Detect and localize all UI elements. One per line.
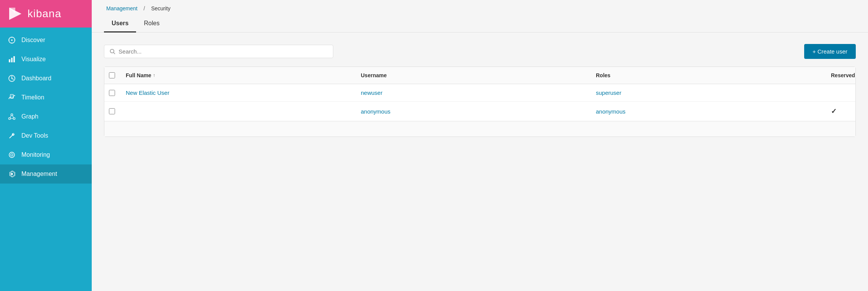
monitoring-icon	[8, 151, 16, 159]
svg-point-3	[11, 39, 13, 41]
svg-point-20	[9, 152, 15, 158]
sidebar-item-visualize[interactable]: Visualize	[0, 50, 92, 69]
sidebar: kibana Discover Visualize Dashboard Time…	[0, 0, 92, 291]
header-username: Username	[355, 67, 590, 84]
row-2-reserved: ✓	[825, 102, 855, 121]
header-roles: Roles	[590, 67, 825, 84]
row-1-roles[interactable]: superuser	[590, 84, 825, 101]
sidebar-item-devtools-label: Dev Tools	[21, 132, 48, 139]
timelion-icon	[8, 93, 16, 102]
svg-rect-9	[11, 58, 13, 62]
sidebar-item-graph-label: Graph	[21, 113, 38, 120]
row-1-checkbox-cell	[104, 84, 120, 101]
search-input[interactable]	[118, 48, 328, 55]
breadcrumb: Management / Security	[104, 5, 856, 11]
svg-line-17	[10, 115, 11, 118]
row-1-fullname[interactable]: New Elastic User	[120, 84, 355, 101]
header-reserved: Reserved	[825, 67, 855, 84]
toolbar: + Create user	[104, 44, 856, 59]
bar-chart-icon	[8, 55, 16, 63]
row-2-checkbox-cell	[104, 102, 120, 121]
breadcrumb-parent[interactable]: Management	[106, 5, 138, 11]
compass-icon	[8, 36, 16, 44]
sidebar-item-timelion-label: Timelion	[21, 94, 44, 101]
svg-line-18	[13, 115, 14, 118]
svg-rect-8	[9, 59, 10, 62]
top-bar: Management / Security Users Roles	[92, 0, 868, 33]
header-checkbox-cell	[104, 67, 120, 84]
svg-point-15	[9, 118, 11, 120]
wrench-icon	[8, 132, 16, 140]
sidebar-item-timelion[interactable]: Timelion	[0, 88, 92, 107]
row-2-roles[interactable]: anonymous	[590, 102, 825, 121]
table-footer	[104, 121, 855, 137]
row-2-fullname	[120, 102, 355, 121]
svg-point-16	[13, 118, 15, 120]
sidebar-item-graph[interactable]: Graph	[0, 107, 92, 126]
sidebar-item-management-label: Management	[21, 171, 57, 177]
sidebar-nav: Discover Visualize Dashboard Timelion Gr…	[0, 28, 92, 184]
row-2-checkbox[interactable]	[109, 108, 115, 114]
tab-roles[interactable]: Roles	[136, 16, 167, 33]
header-fullname: Full Name ↑	[120, 67, 355, 84]
sidebar-item-dashboard-label: Dashboard	[21, 75, 51, 82]
create-user-button[interactable]: + Create user	[804, 44, 856, 59]
sidebar-item-monitoring-label: Monitoring	[21, 151, 50, 158]
svg-point-21	[11, 154, 13, 156]
kibana-logo-icon	[8, 6, 23, 21]
breadcrumb-current: Security	[151, 5, 170, 11]
reserved-checkmark: ✓	[831, 107, 837, 115]
table-row: New Elastic User newuser superuser	[104, 84, 855, 102]
sidebar-item-monitoring[interactable]: Monitoring	[0, 145, 92, 164]
kibana-logo-text: kibana	[28, 8, 62, 20]
search-box	[104, 45, 333, 58]
tab-users[interactable]: Users	[104, 16, 136, 33]
search-icon	[110, 49, 115, 55]
table-row: anonymous anonymous ✓	[104, 102, 855, 121]
row-1-reserved	[825, 84, 855, 101]
content-area: + Create user Full Name ↑ Username Roles	[92, 33, 868, 148]
sort-arrow-fullname[interactable]: ↑	[153, 73, 155, 78]
select-all-checkbox[interactable]	[109, 72, 115, 78]
dashboard-icon	[8, 74, 16, 83]
breadcrumb-separator: /	[144, 5, 145, 11]
main-content: Management / Security Users Roles + Crea…	[92, 0, 868, 291]
table-header: Full Name ↑ Username Roles Reserved	[104, 67, 855, 84]
sidebar-item-management[interactable]: Management	[0, 164, 92, 184]
row-2-username[interactable]: anonymous	[355, 102, 590, 121]
sidebar-item-visualize-label: Visualize	[21, 56, 46, 63]
graph-icon	[8, 112, 16, 121]
sidebar-item-discover[interactable]: Discover	[0, 31, 92, 50]
tabs: Users Roles	[104, 16, 856, 32]
sidebar-item-dashboard[interactable]: Dashboard	[0, 69, 92, 88]
svg-point-12	[11, 78, 13, 79]
row-1-checkbox[interactable]	[109, 90, 115, 96]
sidebar-item-devtools[interactable]: Dev Tools	[0, 126, 92, 145]
users-table: Full Name ↑ Username Roles Reserved Ne	[104, 67, 856, 137]
logo-area: kibana	[0, 0, 92, 28]
svg-rect-10	[13, 56, 15, 62]
gear-icon	[8, 170, 16, 178]
sidebar-item-discover-label: Discover	[21, 37, 45, 44]
svg-line-23	[114, 52, 115, 54]
row-1-username[interactable]: newuser	[355, 84, 590, 101]
